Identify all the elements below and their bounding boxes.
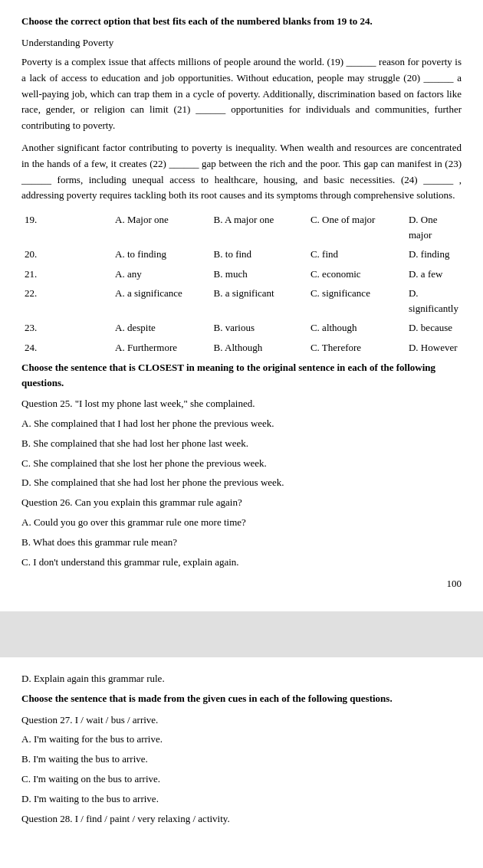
- list-item: A. She complained that I had lost her ph…: [21, 416, 462, 432]
- instruction-1: Choose the correct option that best fits…: [21, 14, 462, 29]
- table-cell: D. One major: [406, 210, 462, 244]
- q26-options: A. Could you go over this grammar rule o…: [21, 515, 462, 570]
- q26-d: D. Explain again this grammar rule.: [21, 671, 462, 687]
- table-cell: 22.: [21, 283, 112, 318]
- table-cell: 20.: [21, 244, 112, 264]
- mcq-table: 19.A. Major oneB. A major oneC. One of m…: [21, 210, 462, 357]
- table-row: 24.A. FurthermoreB. AlthoughC. Therefore…: [21, 338, 462, 358]
- table-cell: A. Major one: [112, 210, 210, 244]
- table-cell: A. any: [112, 264, 210, 284]
- page-number: 100: [21, 578, 462, 590]
- table-cell: C. One of major: [307, 210, 406, 244]
- table-cell: B. a significant: [211, 283, 307, 318]
- table-row: 23.A. despiteB. variousC. althoughD. bec…: [21, 318, 462, 338]
- table-cell: B. much: [211, 264, 307, 284]
- table-cell: B. to find: [211, 244, 307, 264]
- q25-stem: Question 25. "I lost my phone last week,…: [21, 396, 462, 412]
- table-cell: B. Although: [211, 338, 307, 358]
- list-item: A. I'm waiting for the bus to arrive.: [21, 732, 462, 748]
- table-cell: C. economic: [307, 264, 406, 284]
- table-cell: D. a few: [406, 264, 462, 284]
- table-cell: C. significance: [307, 283, 406, 318]
- list-item: D. I'm waiting to the bus to arrive.: [21, 791, 462, 807]
- page-1: Choose the correct option that best fits…: [0, 0, 483, 611]
- q25-options: A. She complained that I had lost her ph…: [21, 416, 462, 491]
- page-2: D. Explain again this grammar rule. Choo…: [0, 657, 483, 844]
- q27-options: A. I'm waiting for the bus to arrive.B. …: [21, 732, 462, 807]
- passage-1: Poverty is a complex issue that affects …: [21, 54, 462, 134]
- table-row: 21.A. anyB. muchC. economicD. a few: [21, 264, 462, 284]
- table-cell: 23.: [21, 318, 112, 338]
- instruction-2: Choose the sentence that is CLOSEST in m…: [21, 360, 462, 390]
- table-cell: C. Therefore: [307, 338, 406, 358]
- table-row: 19.A. Major oneB. A major oneC. One of m…: [21, 210, 462, 244]
- q27-stem: Question 27. I / wait / bus / arrive.: [21, 712, 462, 729]
- list-item: B. I'm waiting the bus to arrive.: [21, 752, 462, 768]
- list-item: C. I don't understand this grammar rule,…: [21, 555, 462, 571]
- table-cell: A. Furthermore: [112, 338, 210, 358]
- table-cell: D. significantly: [406, 283, 462, 318]
- q28-stem: Question 28. I / find / paint / very rel…: [21, 811, 462, 827]
- table-cell: D. finding: [406, 244, 462, 264]
- passage-2: Another significant factor contributing …: [21, 140, 462, 204]
- table-cell: 19.: [21, 210, 112, 244]
- table-cell: A. a significance: [112, 283, 210, 318]
- list-item: B. She complained that she had lost her …: [21, 436, 462, 452]
- list-item: D. She complained that she had lost her …: [21, 475, 462, 491]
- page-break: [0, 611, 483, 657]
- table-cell: 24.: [21, 338, 112, 358]
- q26-stem: Question 26. Can you explain this gramma…: [21, 495, 462, 511]
- instruction-3: Choose the sentence that is made from th…: [21, 691, 462, 706]
- list-item: C. I'm waiting on the bus to arrive.: [21, 771, 462, 788]
- table-cell: 21.: [21, 264, 112, 284]
- table-row: 20.A. to findingB. to findC. findD. find…: [21, 244, 462, 264]
- table-cell: A. despite: [112, 318, 210, 338]
- table-cell: C. although: [307, 318, 406, 338]
- table-cell: A. to finding: [112, 244, 210, 264]
- list-item: C. She complained that she lost her phon…: [21, 456, 462, 472]
- table-cell: B. various: [211, 318, 307, 338]
- table-cell: D. because: [406, 318, 462, 338]
- table-cell: C. find: [307, 244, 406, 264]
- list-item: B. What does this grammar rule mean?: [21, 535, 462, 551]
- table-row: 22.A. a significanceB. a significantC. s…: [21, 283, 462, 318]
- table-cell: D. However: [406, 338, 462, 358]
- table-cell: B. A major one: [211, 210, 307, 244]
- list-item: A. Could you go over this grammar rule o…: [21, 515, 462, 531]
- section-title: Understanding Poverty: [21, 35, 462, 51]
